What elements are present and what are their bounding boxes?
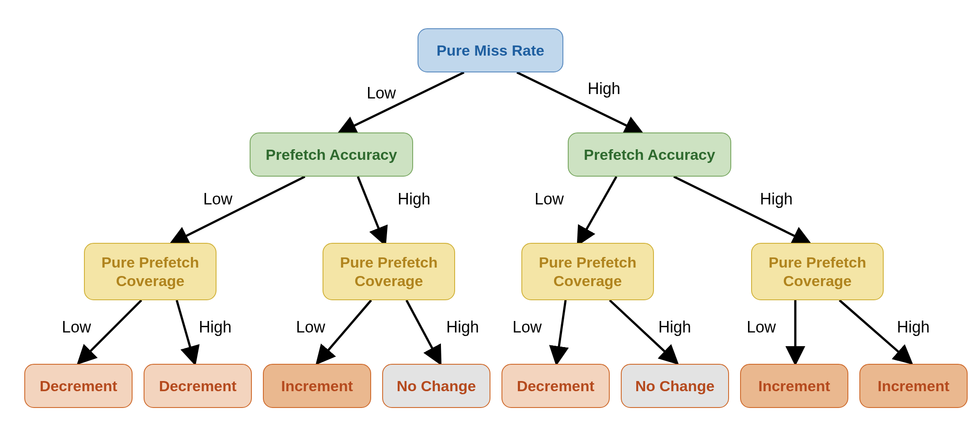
edge-label-cov-lr-low: Low — [296, 318, 325, 336]
svg-line-4 — [579, 177, 616, 243]
root-node-pure-miss-rate: Pure Miss Rate — [418, 28, 563, 72]
node-coverage-rl: Pure Prefetch Coverage — [521, 243, 654, 300]
edge-label-cov-rr-high: High — [897, 318, 930, 336]
edge-label-root-low: Low — [367, 84, 396, 102]
leaf-4-nochange: No Change — [382, 364, 490, 408]
svg-line-8 — [318, 300, 371, 362]
edge-label-cov-ll-low: Low — [62, 318, 91, 336]
edge-label-cov-rl-high: High — [658, 318, 691, 336]
edge-label-root-high: High — [588, 79, 620, 98]
edge-label-acc-l-low: Low — [203, 190, 232, 208]
node-coverage-lr: Pure Prefetch Coverage — [323, 243, 455, 300]
node-prefetch-accuracy-left: Prefetch Accuracy — [250, 132, 413, 177]
node-coverage-rr: Pure Prefetch Coverage — [751, 243, 884, 300]
leaf-1-decrement: Decrement — [24, 364, 133, 408]
edge-label-acc-r-low: Low — [535, 190, 564, 208]
svg-line-10 — [557, 300, 566, 362]
leaf-2-decrement: Decrement — [144, 364, 252, 408]
leaf-8-increment: Increment — [859, 364, 968, 408]
edge-label-acc-l-high: High — [398, 190, 430, 208]
node-coverage-ll: Pure Prefetch Coverage — [84, 243, 217, 300]
svg-line-5 — [674, 177, 809, 243]
svg-line-2 — [172, 177, 305, 243]
node-prefetch-accuracy-right: Prefetch Accuracy — [568, 132, 731, 177]
edge-label-cov-rr-low: Low — [747, 318, 776, 336]
edge-label-cov-rl-low: Low — [513, 318, 542, 336]
svg-line-1 — [517, 72, 641, 132]
leaf-3-increment: Increment — [263, 364, 371, 408]
svg-line-9 — [406, 300, 440, 362]
leaf-5-decrement: Decrement — [501, 364, 610, 408]
svg-line-3 — [358, 177, 384, 243]
svg-line-0 — [340, 72, 464, 132]
edge-label-acc-r-high: High — [760, 190, 793, 208]
leaf-6-nochange: No Change — [621, 364, 729, 408]
edge-label-cov-lr-high: High — [446, 318, 479, 336]
svg-line-7 — [177, 300, 194, 362]
edge-label-cov-ll-high: High — [199, 318, 232, 336]
leaf-7-increment: Increment — [740, 364, 848, 408]
